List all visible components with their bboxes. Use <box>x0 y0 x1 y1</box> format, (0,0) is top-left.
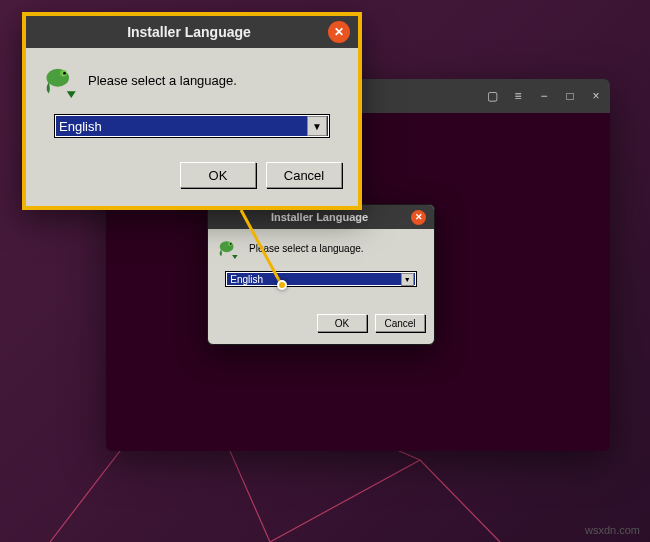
dialog-title-text: Installer Language <box>228 211 411 223</box>
callout-close-button[interactable]: ✕ <box>328 21 350 43</box>
chameleon-icon <box>42 62 78 98</box>
dialog-prompt: Please select a language. <box>249 243 364 254</box>
callout-language-selected-value: English <box>59 119 102 134</box>
cancel-button[interactable]: Cancel <box>375 314 425 332</box>
callout-cancel-button[interactable]: Cancel <box>266 162 342 188</box>
chameleon-icon <box>217 237 239 259</box>
language-selected-value: English <box>230 274 263 285</box>
language-select[interactable]: English ▼ <box>225 271 416 287</box>
callout-prompt: Please select a language. <box>88 73 237 88</box>
dropdown-arrow-icon[interactable]: ▼ <box>401 273 414 286</box>
dialog-close-button[interactable]: ✕ <box>411 210 426 225</box>
callout-title-text: Installer Language <box>50 24 328 40</box>
terminal-menu-icon[interactable]: ≡ <box>512 90 524 102</box>
svg-point-5 <box>63 72 66 75</box>
terminal-maximize-icon[interactable]: □ <box>564 90 576 102</box>
zoom-callout: Installer Language ✕ Please select a lan… <box>22 12 362 210</box>
installer-dialog: Installer Language ✕ Please select a lan… <box>207 204 435 345</box>
terminal-minimize-icon[interactable]: − <box>538 90 550 102</box>
svg-point-2 <box>230 243 232 245</box>
callout-dropdown-arrow-icon[interactable]: ▼ <box>307 116 327 136</box>
terminal-close-icon[interactable]: × <box>590 90 602 102</box>
callout-titlebar[interactable]: Installer Language ✕ <box>26 16 358 48</box>
terminal-newtab-icon[interactable]: ▢ <box>486 90 498 102</box>
ok-button[interactable]: OK <box>317 314 367 332</box>
callout-language-select[interactable]: English ▼ <box>54 114 330 138</box>
callout-ok-button[interactable]: OK <box>180 162 256 188</box>
watermark: wsxdn.com <box>585 524 640 536</box>
